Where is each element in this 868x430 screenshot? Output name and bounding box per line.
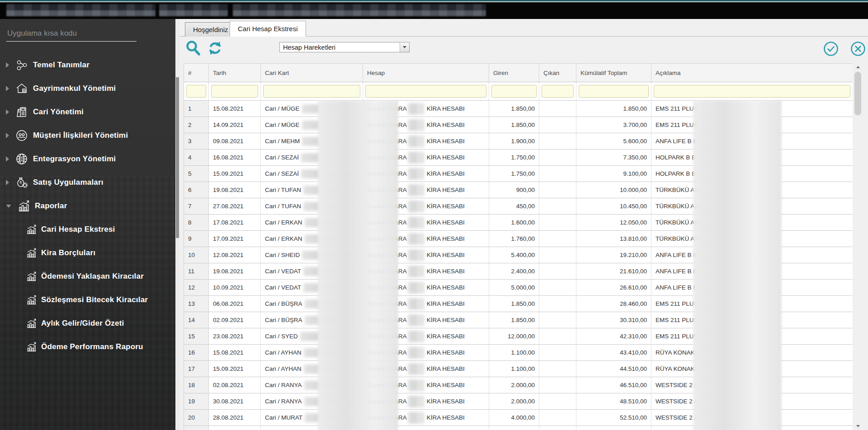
sidebar-scrollbar-thumb[interactable]: [176, 77, 179, 238]
table-row[interactable]: 2 14.09.2021 Cari / MÜGE Banka / GARA Kİ…: [184, 117, 853, 133]
sidebar-report-item-4[interactable]: Aylık Gelir/Gider Özeti: [0, 312, 175, 335]
sidebar-report-item-3[interactable]: Sözleşmesi Bitecek Kiracılar: [0, 288, 175, 312]
table-row[interactable]: 20 28.08.2021 Cari / MURAT Banka / GARA …: [184, 410, 853, 426]
table-row[interactable]: 6 19.08.2021 Cari / TUFAN Banka / GARA K…: [184, 182, 853, 198]
table-row[interactable]: 16 15.08.2021 Cari / AYHAN Banka / GARA …: [184, 345, 853, 361]
column-header-4[interactable]: Giren: [489, 64, 539, 82]
table-row[interactable]: 7 27.08.2021 Cari / TUFAN Banka / GARA K…: [184, 198, 853, 215]
filter-cell-3: [363, 82, 489, 101]
column-header-0[interactable]: #: [184, 64, 209, 82]
expand-arrow-icon[interactable]: [6, 180, 9, 185]
filter-input-3[interactable]: [365, 85, 486, 98]
sidebar-item-4[interactable]: Entegrasyon Yönetimi: [0, 147, 175, 171]
filter-input-1[interactable]: [211, 85, 258, 98]
cell-aciklama: RÜYA KONAKL: [651, 345, 853, 361]
tab-strip: Hoşgeldiniz Cari Hesap Ekstresi: [179, 19, 868, 37]
table-row[interactable]: 11 19.08.2021 Cari / VEDAT Banka / GARA …: [184, 263, 853, 280]
cell-giren: 1.100,00: [489, 345, 539, 361]
censored-name-blur: [305, 218, 355, 227]
cell-row-number: 14: [184, 312, 209, 328]
hesap-prefix-text: Banka / GARA: [367, 382, 407, 388]
tab-hosgeldiniz[interactable]: Hoşgeldiniz: [185, 22, 236, 37]
table-row[interactable]: 5 15.09.2021 Cari / SEZAİ Banka / GARA K…: [184, 166, 853, 182]
chevron-down-icon[interactable]: [400, 42, 409, 52]
tab-cari-hesap-ekstresi[interactable]: Cari Hesap Ekstresi: [230, 21, 306, 37]
sidebar-report-item-1[interactable]: Kira Borçluları: [0, 241, 175, 265]
table-row[interactable]: 18 02.08.2021 Cari / RANYA Banka / GARA …: [184, 377, 853, 393]
filter-input-5[interactable]: [542, 85, 574, 98]
close-button[interactable]: [850, 41, 866, 56]
censored-bank-blur: [408, 282, 424, 294]
table-row[interactable]: 19 30.08.2021 Cari / RANYA Banka / GARA …: [184, 393, 853, 410]
sidebar-item-5[interactable]: $ Satış Uygulamaları: [0, 171, 175, 194]
column-header-3[interactable]: Hesap: [363, 64, 489, 82]
column-header-5[interactable]: Çıkan: [539, 64, 576, 82]
cell-cikan: [539, 393, 576, 410]
filter-input-7[interactable]: [654, 85, 850, 98]
grid-vertical-scrollbar[interactable]: [854, 63, 862, 430]
grid-scrollbar-thumb[interactable]: [854, 72, 861, 115]
sidebar-item-0[interactable]: Temel Tanımlar: [0, 53, 175, 77]
globe-icon: [15, 153, 28, 165]
table-row[interactable]: 12 10.09.2021 Cari / VEDAT Banka / GARA …: [184, 280, 853, 296]
expand-arrow-icon[interactable]: [6, 86, 9, 91]
filter-input-6[interactable]: [579, 85, 649, 98]
table-row[interactable]: 4 16.08.2021 Cari / SEZAİ Banka / GARA K…: [184, 150, 853, 166]
filter-input-0[interactable]: [186, 85, 206, 98]
hesap-prefix-text: Banka / GARA: [367, 252, 407, 258]
table-row[interactable]: 17 15.09.2021 Cari / AYHAN Banka / GARA …: [184, 361, 853, 377]
cari-kart-text: Cari / VEDAT: [265, 284, 301, 291]
filter-input-2[interactable]: [263, 85, 360, 98]
sidebar-item-3[interactable]: Müşteri İlişkileri Yönetimi: [0, 124, 175, 147]
cell-giren: 1.850,00: [489, 117, 539, 133]
app-shortcode-input[interactable]: [6, 27, 137, 42]
accept-button[interactable]: [823, 41, 839, 56]
expand-arrow-icon[interactable]: [6, 205, 11, 208]
cell-hesap: Banka / GARA KİRA HESABI: [363, 296, 489, 312]
search-button[interactable]: [185, 40, 201, 57]
table-row[interactable]: 14 02.09.2021 Cari / BÜŞRA Banka / GARA …: [184, 312, 853, 328]
sidebar-scrollbar[interactable]: [175, 19, 179, 430]
sidebar-item-1[interactable]: Gayrimenkul Yönetimi: [0, 77, 175, 100]
expand-arrow-icon[interactable]: [6, 133, 9, 138]
cell-aciklama: WESTSIDE 2 A: [651, 393, 853, 410]
refresh-button[interactable]: [207, 40, 224, 56]
column-header-7[interactable]: Açıklama: [651, 64, 853, 82]
sidebar-item-2[interactable]: $ Cari Yönetimi: [0, 100, 175, 124]
cell-tarih: 02.09.2021: [209, 312, 261, 328]
table-row[interactable]: 13 06.08.2021 Cari / BÜŞRA Banka / GARA …: [184, 296, 853, 312]
cell-kumulatif-toplam: 3.700,00: [576, 117, 651, 133]
sidebar-report-item-0[interactable]: Cari Hesap Ekstresi: [0, 218, 175, 241]
column-header-2[interactable]: Cari Kart: [261, 64, 363, 82]
table-row-partial[interactable]: [184, 426, 853, 430]
expand-arrow-icon[interactable]: [6, 156, 9, 162]
cell-tarih: 19.08.2021: [209, 182, 261, 198]
table-row[interactable]: 3 09.08.2021 Cari / MEHM Banka / GARA Kİ…: [184, 133, 853, 150]
cell-giren: 900,00: [489, 182, 539, 198]
expand-arrow-icon[interactable]: [6, 62, 9, 68]
sidebar-report-item-2[interactable]: Ödemesi Yaklaşan Kiracılar: [0, 265, 175, 288]
cell-tarih: 15.08.2021: [209, 101, 261, 117]
chart-icon: [26, 224, 37, 235]
cell-aciklama: EMS 211 PLUS: [651, 328, 853, 345]
censored-name-blur: [304, 397, 355, 406]
cell-kumulatif-toplam: 13.810,00: [576, 231, 651, 247]
aciklama-text: ANFA LIFE B B: [656, 284, 697, 291]
report-type-dropdown[interactable]: Hesap Hareketleri: [279, 42, 410, 52]
scroll-up-arrow-icon[interactable]: [854, 63, 862, 71]
censored-bank-blur: [408, 103, 424, 115]
table-row[interactable]: 10 12.08.2021 Cari / SHEID Banka / GARA …: [184, 247, 853, 263]
table-row[interactable]: 1 15.08.2021 Cari / MÜGE Banka / GARA Kİ…: [184, 101, 853, 117]
expand-arrow-icon[interactable]: [6, 109, 9, 115]
filter-input-4[interactable]: [491, 85, 537, 98]
table-row[interactable]: 15 23.08.2021 Cari / SYED Banka / GARA K…: [184, 328, 853, 345]
table-row[interactable]: 8 17.08.2021 Cari / ERKAN Banka / GARA K…: [184, 215, 853, 231]
table-row[interactable]: 9 17.09.2021 Cari / ERKAN Banka / GARA K…: [184, 231, 853, 247]
cell-cikan: [539, 198, 576, 215]
sidebar-report-item-5[interactable]: Ödeme Performans Raporu: [0, 335, 175, 359]
cell-cari-kart: Cari / BÜŞRA: [261, 296, 363, 312]
sidebar-item-6[interactable]: Raporlar: [0, 194, 175, 218]
column-header-1[interactable]: Tarih: [209, 64, 261, 82]
column-header-6[interactable]: Kümülatif Toplam: [576, 64, 651, 82]
scroll-down-arrow-icon[interactable]: [854, 422, 862, 430]
